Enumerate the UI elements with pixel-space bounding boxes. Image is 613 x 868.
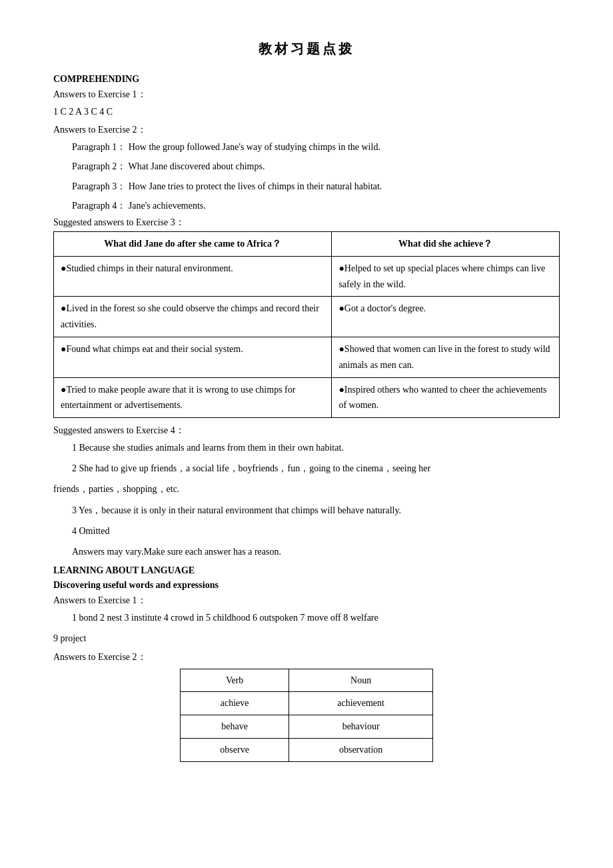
learning-section: LEARNING ABOUT LANGUAGE Discovering usef… [53, 565, 560, 762]
table-col2-header: What did she achieve？ [332, 231, 560, 256]
table-row: ●Tried to make people aware that it is w… [54, 377, 560, 418]
learning-exercise1-answers-1: 1 bond 2 nest 3 institute 4 crowd in 5 c… [53, 609, 560, 626]
table-cell-col1-row2: ●Lived in the forest so she could observ… [54, 297, 332, 337]
exercise4-answer-4: 4 Omitted [53, 523, 560, 539]
noun-col-header: Noun [289, 669, 433, 692]
exercise4-answer-3: 3 Yes，because it is only in their natura… [53, 502, 560, 519]
noun-cell-3: observation [289, 739, 433, 762]
table-row: ●Found what chimps eat and their social … [54, 337, 560, 377]
noun-cell-2: behaviour [289, 715, 433, 739]
verb-col-header: Verb [181, 669, 289, 692]
comprehending-section: COMPREHENDING Answers to Exercise 1： 1 C… [53, 74, 560, 560]
discovering-title: Discovering useful words and expressions [53, 580, 560, 591]
exercise1-label: Answers to Exercise 1： [53, 89, 560, 101]
page-title: 教材习题点拨 [53, 40, 560, 58]
paragraph-2: Paragraph 2： What Jane discovered about … [53, 158, 560, 175]
table-cell-col1-row1: ●Studied chimps in their natural environ… [54, 256, 332, 297]
exercise4-answer-5: Answers may vary.Make sure each answer h… [53, 543, 560, 560]
table-row: observe observation [181, 739, 433, 762]
table-cell-col2-row3: ●Showed that women can live in the fores… [332, 337, 560, 377]
exercise3-label: Suggested answers to Exercise 3： [53, 217, 560, 229]
table-cell-col2-row4: ●Inspired others who wanted to cheer the… [332, 377, 560, 418]
exercise4-answer-1: 1 Because she studies animals and learns… [53, 439, 560, 456]
table-col1-header: What did Jane do after she came to Afric… [54, 231, 332, 256]
table-cell-col2-row2: ●Got a doctor's degree. [332, 297, 560, 337]
verb-noun-table: Verb Noun achieve achievement behave beh… [180, 669, 433, 762]
learning-title: LEARNING ABOUT LANGUAGE [53, 565, 560, 576]
table-row: ●Studied chimps in their natural environ… [54, 256, 560, 297]
table-row: achieve achievement [181, 692, 433, 715]
verb-cell-2: behave [181, 715, 289, 739]
paragraph-4: Paragraph 4： Jane's achievements. [53, 197, 560, 214]
comprehending-title: COMPREHENDING [53, 74, 560, 85]
table-cell-col1-row4: ●Tried to make people aware that it is w… [54, 377, 332, 418]
verb-cell-3: observe [181, 739, 289, 762]
learning-exercise1-answers-2: 9 project [53, 630, 560, 647]
exercise1-answers: 1 C 2 A 3 C 4 C [53, 103, 560, 120]
exercise4-label: Suggested answers to Exercise 4： [53, 425, 560, 437]
exercise4-answer-2-continuation: friends，parties，shopping，etc. [53, 481, 560, 497]
paragraph-1: Paragraph 1： How the group followed Jane… [53, 139, 560, 155]
exercise2-label: Answers to Exercise 2： [53, 124, 560, 136]
exercise3-table: What did Jane do after she came to Afric… [53, 231, 560, 418]
paragraph-3: Paragraph 3： How Jane tries to protect t… [53, 178, 560, 195]
table-cell-col2-row1: ●Helped to set up special places where c… [332, 256, 560, 297]
exercise4-answer-2: 2 She had to give up friends，a social li… [53, 460, 560, 477]
verb-cell-1: achieve [181, 692, 289, 715]
learning-exercise2-label: Answers to Exercise 2： [53, 651, 560, 663]
table-row: ●Lived in the forest so she could observ… [54, 297, 560, 337]
table-row: behave behaviour [181, 715, 433, 739]
learning-exercise1-label: Answers to Exercise 1： [53, 595, 560, 607]
noun-cell-1: achievement [289, 692, 433, 715]
table-cell-col1-row3: ●Found what chimps eat and their social … [54, 337, 332, 377]
